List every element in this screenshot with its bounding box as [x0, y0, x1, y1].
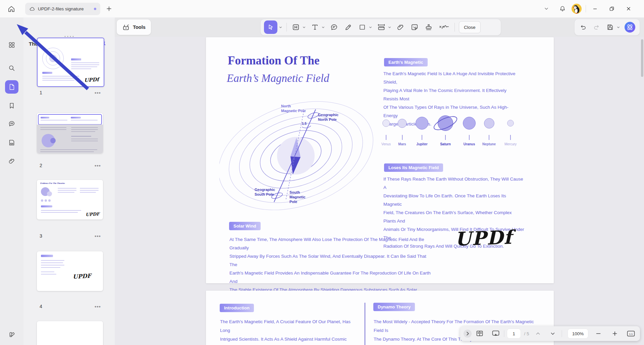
svg-text:1:1: 1:1 — [629, 333, 633, 336]
comment-tool-button[interactable] — [329, 22, 339, 32]
page-view-button[interactable] — [476, 326, 484, 341]
titlebar: UPDF-2-files signature — [0, 0, 644, 17]
undo-button[interactable] — [579, 22, 588, 32]
notifications-button[interactable] — [557, 3, 568, 14]
thumb1-menu-button[interactable]: ••• — [95, 91, 101, 95]
thumbnail-page-1[interactable]: UPDf — [37, 38, 104, 87]
rail-form-button[interactable] — [5, 136, 18, 149]
cursor-chevron-icon[interactable] — [279, 26, 282, 29]
ai-assistant-button[interactable] — [624, 21, 636, 33]
document-viewport[interactable]: Formation Of The Earth’s Magnetic Field — [115, 37, 644, 345]
zoom-out-icon — [595, 331, 601, 337]
zoom-in-icon — [612, 331, 618, 337]
account-avatar[interactable] — [571, 3, 582, 14]
thumbnail-page-4[interactable]: UPDF — [37, 251, 103, 291]
page-number-input[interactable]: 1 — [507, 326, 521, 341]
planet-neptune: Neptune — [482, 114, 496, 146]
restore-button[interactable] — [606, 3, 618, 14]
expand-icon — [463, 329, 472, 338]
tab-title: UPDF-2-files signature — [38, 6, 84, 11]
highlight-tool-button[interactable] — [291, 22, 301, 32]
thumbnail-page-3[interactable]: Evidence For The Theories UPDF — [37, 180, 103, 219]
presentation-icon — [491, 329, 500, 338]
actual-size-button[interactable]: 1:1 — [627, 326, 635, 341]
shape-chevron-icon[interactable] — [369, 26, 372, 29]
main-toolbar: Tools — [115, 17, 644, 37]
planet-venus: Venus — [381, 114, 391, 146]
previous-page-button[interactable] — [535, 326, 541, 341]
zoom-level-input[interactable]: 100% — [568, 326, 588, 341]
zoom-out-button[interactable] — [595, 326, 601, 341]
paperclip-icon — [396, 23, 405, 31]
signature-tool-button[interactable] — [438, 22, 450, 32]
text-chevron-icon[interactable] — [321, 26, 325, 29]
thumb2-menu-button[interactable]: ••• — [95, 164, 101, 167]
rail-bookmark-button[interactable] — [5, 99, 18, 112]
rail-apps-button[interactable] — [5, 38, 18, 52]
stamp-icon — [425, 23, 433, 31]
redo-icon — [593, 23, 600, 31]
thumbnail-page-2[interactable] — [37, 113, 103, 153]
restore-icon — [609, 6, 615, 12]
stamp-tool-button[interactable] — [424, 22, 434, 32]
collapse-bar-button[interactable] — [463, 326, 472, 341]
home-icon — [7, 5, 15, 13]
thumb3-menu-button[interactable]: ••• — [95, 235, 101, 238]
new-tab-button[interactable] — [105, 4, 113, 13]
pen-tool-button[interactable] — [343, 22, 353, 32]
apps-grid-icon — [8, 41, 15, 49]
next-page-button[interactable] — [550, 326, 555, 341]
thumb4-menu-button[interactable]: ••• — [95, 305, 101, 308]
text-tool-button[interactable] — [310, 22, 320, 32]
thumb4-signature: UPDF — [72, 273, 91, 280]
rail-thumbnails-button[interactable] — [5, 80, 18, 94]
badge-introduction: Introduction — [220, 304, 254, 312]
zoom-in-button[interactable] — [612, 326, 618, 341]
thumbnail-page-5[interactable] — [37, 321, 103, 345]
minimize-button[interactable] — [589, 3, 601, 14]
page1-title-line2: Earth’s Magnetic Field — [227, 72, 329, 85]
rail-comments-button[interactable] — [5, 117, 18, 131]
cursor-tool-button[interactable] — [264, 20, 277, 34]
tools-button[interactable]: Tools — [117, 19, 151, 35]
rail-search-button[interactable] — [5, 61, 18, 75]
thumb1-signature: UPDf — [84, 77, 99, 83]
ai-assistant-icon — [624, 21, 636, 33]
attach-tool-button[interactable] — [395, 22, 406, 32]
planet-uranus: Uranus — [463, 114, 476, 146]
unsaved-dot — [94, 8, 96, 10]
redo-button[interactable] — [592, 22, 601, 32]
sticker-tool-button[interactable] — [410, 22, 420, 32]
save-button[interactable] — [605, 22, 615, 32]
close-icon — [626, 6, 632, 12]
toolbar-divider — [286, 23, 287, 32]
panel-drag-handle[interactable] — [65, 36, 74, 37]
form-field-icon — [8, 139, 15, 146]
updf-signature: UPDf — [454, 226, 513, 250]
badge-solar-wind: Solar Wind — [229, 222, 261, 230]
thumb3-title: Evidence For The Theories — [40, 182, 65, 184]
rail-swatches-button[interactable] — [5, 328, 18, 341]
paperclip-icon — [8, 157, 15, 165]
page-total-label: / 5 — [524, 326, 529, 341]
close-window-button[interactable] — [623, 3, 634, 14]
shape-tool-button[interactable] — [357, 22, 367, 32]
page1-title-line1: Formation Of The — [228, 54, 320, 67]
save-chevron-icon[interactable] — [616, 26, 620, 29]
planet-mercury: Mercury — [504, 114, 517, 146]
highlight-chevron-icon[interactable] — [302, 26, 306, 29]
rail-attachment-button[interactable] — [5, 154, 18, 168]
label-north-magnetic-pole: North Magnetic Pole — [281, 104, 306, 113]
close-tools-button[interactable]: Close — [459, 21, 481, 33]
square-icon — [359, 23, 366, 31]
planets-comparison: Venus Mars Jupiter Saturn — [383, 114, 517, 151]
presentation-button[interactable] — [491, 326, 500, 341]
plus-icon — [106, 6, 112, 12]
vertical-scrollbar[interactable] — [641, 39, 643, 77]
tab-list-button[interactable] — [541, 3, 552, 14]
measure-chevron-icon[interactable] — [388, 26, 391, 29]
home-button[interactable] — [7, 4, 16, 14]
document-tab[interactable]: UPDF-2-files signature — [25, 3, 100, 15]
measure-tool-button[interactable] — [376, 22, 386, 32]
bell-icon — [559, 5, 566, 12]
